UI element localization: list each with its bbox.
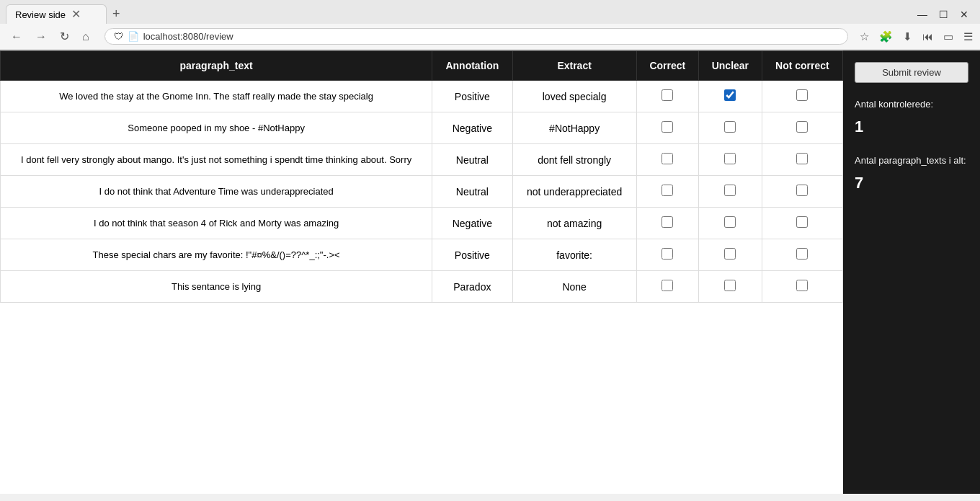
checkbox-not-correct-row0[interactable] xyxy=(796,89,808,101)
stat2-label: Antal paragraph_texts i alt: xyxy=(855,155,966,166)
cell-not-correct[interactable] xyxy=(762,239,842,271)
checkbox-unclear-row6[interactable] xyxy=(724,280,736,291)
cell-not-correct[interactable] xyxy=(762,176,842,208)
cell-unclear[interactable] xyxy=(698,239,762,271)
cell-correct[interactable] xyxy=(636,176,698,208)
close-button[interactable]: ✕ xyxy=(960,9,968,20)
reload-button[interactable]: ↻ xyxy=(56,28,73,45)
cell-extract: None xyxy=(512,271,636,303)
table-header: paragraph_text Annotation Extract Correc… xyxy=(1,51,843,81)
checkbox-not-correct-row2[interactable] xyxy=(796,153,808,164)
table-row: I do not think that Adventure Time was u… xyxy=(1,176,843,208)
checkbox-correct-row5[interactable] xyxy=(662,248,673,260)
cell-unclear[interactable] xyxy=(698,176,762,208)
cell-extract: not amazing xyxy=(512,208,636,239)
cell-unclear[interactable] xyxy=(698,144,762,176)
cell-unclear[interactable] xyxy=(698,112,762,144)
cell-extract: #NotHappy xyxy=(512,112,636,144)
tab-bar: Review side ✕ + — ☐ ✕ xyxy=(0,0,980,24)
maximize-button[interactable]: ☐ xyxy=(939,9,948,20)
cell-unclear[interactable] xyxy=(698,208,762,239)
checkbox-unclear-row4[interactable] xyxy=(724,216,736,228)
stat1-label: Antal kontrolerede: xyxy=(855,99,933,110)
menu-icon[interactable]: ☰ xyxy=(963,30,973,43)
minimize-button[interactable]: — xyxy=(917,9,927,20)
cell-paragraph: These special chars are my favorite: !"#… xyxy=(1,239,432,271)
cell-annotation: Positive xyxy=(432,239,512,271)
cell-correct[interactable] xyxy=(636,81,698,112)
nav-bar: ← → ↻ ⌂ 🛡 📄 localhost:8080/review ☆ 🧩 ⬇ … xyxy=(0,24,980,50)
cell-correct[interactable] xyxy=(636,112,698,144)
cell-unclear[interactable] xyxy=(698,271,762,303)
stat1-value: 1 xyxy=(855,114,968,139)
cell-not-correct[interactable] xyxy=(762,144,842,176)
back-button[interactable]: ← xyxy=(7,29,26,45)
tab-title: Review side xyxy=(15,9,66,20)
stat-kontrolerede: Antal kontrolerede: 1 xyxy=(855,97,968,139)
checkbox-correct-row2[interactable] xyxy=(662,153,673,164)
submit-review-button[interactable]: Submit review xyxy=(855,62,968,83)
browser-icons: ☆ 🧩 ⬇ ⏮ ▭ ☰ xyxy=(860,30,973,43)
cell-correct[interactable] xyxy=(636,239,698,271)
cell-annotation: Neutral xyxy=(432,144,512,176)
cell-correct[interactable] xyxy=(636,208,698,239)
library-icon[interactable]: ⏮ xyxy=(922,30,933,43)
cell-annotation: Positive xyxy=(432,81,512,112)
cell-not-correct[interactable] xyxy=(762,208,842,239)
cell-extract: not underappreciated xyxy=(512,176,636,208)
checkbox-unclear-row5[interactable] xyxy=(724,248,736,260)
table-container: paragraph_text Annotation Extract Correc… xyxy=(0,50,843,494)
cell-unclear[interactable] xyxy=(698,81,762,112)
new-tab-button[interactable]: + xyxy=(107,6,126,22)
cell-paragraph: I do not think that Adventure Time was u… xyxy=(1,176,432,208)
cell-correct[interactable] xyxy=(636,271,698,303)
col-not-correct-header: Not correct xyxy=(762,51,842,81)
browser-chrome: Review side ✕ + — ☐ ✕ ← → ↻ ⌂ 🛡 📄 localh… xyxy=(0,0,980,50)
cell-annotation: Negative xyxy=(432,208,512,239)
address-bar[interactable]: 🛡 📄 localhost:8080/review xyxy=(104,28,848,45)
checkbox-correct-row0[interactable] xyxy=(662,89,673,101)
table-body: We loved the stay at the Gnome Inn. The … xyxy=(1,81,843,303)
cell-extract: dont fell strongly xyxy=(512,144,636,176)
cell-annotation: Neutral xyxy=(432,176,512,208)
checkbox-unclear-row2[interactable] xyxy=(724,153,736,164)
checkbox-unclear-row1[interactable] xyxy=(724,121,736,133)
cell-annotation: Paradox xyxy=(432,271,512,303)
sidebar: Submit review Antal kontrolerede: 1 Anta… xyxy=(843,50,980,494)
tab-close-button[interactable]: ✕ xyxy=(71,9,81,20)
cell-correct[interactable] xyxy=(636,144,698,176)
checkbox-correct-row6[interactable] xyxy=(662,280,673,291)
star-icon[interactable]: ☆ xyxy=(860,30,869,43)
checkbox-not-correct-row3[interactable] xyxy=(796,185,808,196)
active-tab[interactable]: Review side ✕ xyxy=(6,4,107,24)
table-row: I dont fell very strongly about mango. I… xyxy=(1,144,843,176)
col-correct-header: Correct xyxy=(636,51,698,81)
checkbox-unclear-row3[interactable] xyxy=(724,185,736,196)
extensions-icon[interactable]: 🧩 xyxy=(879,30,893,43)
sidebar-icon[interactable]: ▭ xyxy=(943,30,953,43)
checkbox-not-correct-row1[interactable] xyxy=(796,121,808,133)
checkbox-correct-row4[interactable] xyxy=(662,216,673,228)
cell-not-correct[interactable] xyxy=(762,81,842,112)
cell-paragraph: We loved the stay at the Gnome Inn. The … xyxy=(1,81,432,112)
cell-extract: favorite: xyxy=(512,239,636,271)
checkbox-correct-row1[interactable] xyxy=(662,121,673,133)
forward-button[interactable]: → xyxy=(32,29,50,45)
cell-paragraph: I do not think that season 4 of Rick and… xyxy=(1,208,432,239)
review-table: paragraph_text Annotation Extract Correc… xyxy=(0,50,843,303)
checkbox-not-correct-row4[interactable] xyxy=(796,216,808,228)
checkbox-unclear-row0[interactable] xyxy=(724,89,736,101)
checkbox-not-correct-row5[interactable] xyxy=(796,248,808,260)
checkbox-correct-row3[interactable] xyxy=(662,185,673,196)
url-text: localhost:8080/review xyxy=(143,31,233,42)
cell-not-correct[interactable] xyxy=(762,271,842,303)
download-icon[interactable]: ⬇ xyxy=(903,30,912,43)
table-row: I do not think that season 4 of Rick and… xyxy=(1,208,843,239)
table-row: These special chars are my favorite: !"#… xyxy=(1,239,843,271)
checkbox-not-correct-row6[interactable] xyxy=(796,280,808,291)
stat2-value: 7 xyxy=(855,170,968,195)
col-extract-header: Extract xyxy=(512,51,636,81)
home-button[interactable]: ⌂ xyxy=(79,29,93,45)
cell-not-correct[interactable] xyxy=(762,112,842,144)
page-icon: 📄 xyxy=(128,31,139,42)
